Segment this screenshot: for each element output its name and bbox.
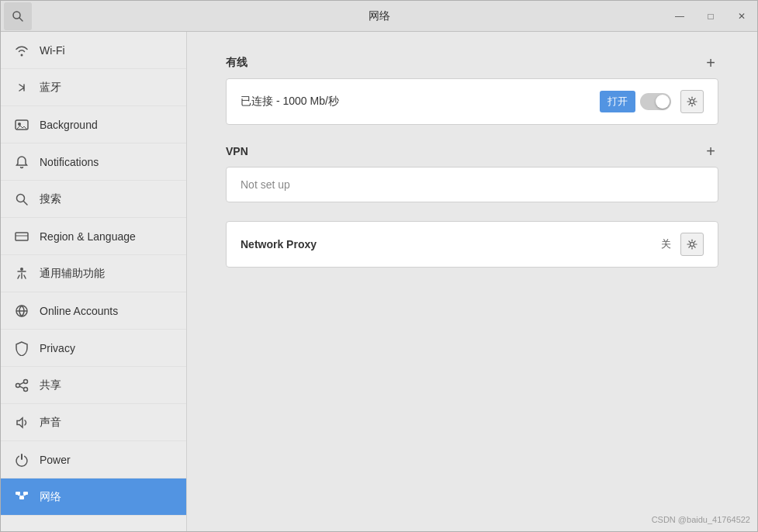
wired-toggle-button[interactable]: 打开 [600, 91, 635, 112]
sidebar-item-background[interactable]: Background [1, 106, 186, 143]
proxy-section: Network Proxy 关 [226, 221, 718, 268]
region-icon [13, 229, 30, 244]
wifi-icon [13, 43, 30, 58]
sidebar-item-accessibility[interactable]: 通用辅助功能 [1, 255, 186, 292]
close-button[interactable]: ✕ [726, 1, 757, 32]
sidebar: Wi-Fi 蓝牙 Background [1, 32, 187, 531]
vpn-not-setup-card: Not set up [226, 167, 718, 202]
wired-settings-button[interactable] [680, 90, 704, 113]
svg-line-18 [18, 495, 22, 496]
wired-add-button[interactable]: + [703, 55, 718, 71]
vpn-section: VPN + Not set up [226, 143, 718, 202]
sidebar-label-notifications: Notifications [40, 156, 99, 168]
svg-rect-16 [19, 496, 24, 499]
sound-icon [13, 415, 30, 430]
sidebar-label-background: Background [40, 119, 98, 131]
online-accounts-icon [13, 303, 30, 319]
search-sidebar-icon [13, 192, 30, 207]
sidebar-item-online-accounts[interactable]: Online Accounts [1, 292, 186, 330]
sidebar-label-accessibility: 通用辅助功能 [40, 267, 105, 281]
svg-point-10 [24, 379, 28, 383]
wired-toggle-container: 打开 [600, 91, 671, 112]
sidebar-label-power: Power [40, 454, 71, 466]
sidebar-item-search[interactable]: 搜索 [1, 181, 186, 218]
wired-section-header: 有线 + [226, 55, 718, 71]
sidebar-item-notifications[interactable]: Notifications [1, 143, 186, 181]
vpn-section-header: VPN + [226, 143, 718, 159]
sidebar-item-power[interactable]: Power [1, 441, 186, 478]
sidebar-label-bluetooth: 蓝牙 [40, 81, 61, 95]
wired-toggle-slider[interactable] [640, 93, 671, 110]
sidebar-item-wifi[interactable]: Wi-Fi [1, 32, 186, 69]
vpn-not-setup-label: Not set up [241, 178, 704, 191]
main-content: 有线 + 已连接 - 1000 Mb/秒 打开 [187, 32, 757, 531]
content-area: Wi-Fi 蓝牙 Background [1, 32, 757, 531]
svg-point-21 [691, 243, 694, 247]
svg-line-5 [24, 201, 28, 205]
minimize-button[interactable]: — [664, 1, 695, 32]
sidebar-item-network[interactable]: 网络 [1, 478, 186, 516]
notifications-icon [13, 154, 30, 170]
window-controls: — □ ✕ [664, 1, 757, 32]
proxy-label: Network Proxy [241, 238, 652, 250]
svg-rect-6 [16, 233, 28, 240]
sidebar-label-search: 搜索 [40, 192, 61, 206]
sidebar-label-sound: 声音 [40, 416, 61, 430]
sidebar-label-region: Region & Language [40, 230, 136, 243]
svg-line-19 [22, 495, 26, 496]
svg-line-13 [19, 382, 23, 385]
background-icon [13, 117, 30, 133]
power-icon [13, 452, 30, 468]
proxy-card: Network Proxy 关 [226, 221, 718, 268]
privacy-icon [13, 340, 30, 356]
svg-point-11 [16, 383, 20, 387]
network-icon [13, 489, 30, 505]
wired-section-title: 有线 [226, 56, 247, 70]
proxy-settings-button[interactable] [680, 233, 704, 256]
svg-point-3 [18, 123, 21, 126]
sidebar-label-share: 共享 [40, 378, 61, 392]
search-button[interactable] [4, 2, 32, 30]
sidebar-label-privacy: Privacy [40, 342, 75, 354]
sidebar-item-sound[interactable]: 声音 [1, 404, 186, 441]
sidebar-item-bluetooth[interactable]: 蓝牙 [1, 69, 186, 106]
svg-point-20 [691, 100, 694, 104]
titlebar: 网络 — □ ✕ [1, 1, 757, 32]
svg-rect-15 [16, 492, 20, 495]
sidebar-item-share[interactable]: 共享 [1, 367, 186, 404]
sidebar-label-wifi: Wi-Fi [40, 44, 65, 57]
maximize-button[interactable]: □ [695, 1, 726, 32]
share-icon [13, 378, 30, 393]
svg-rect-17 [23, 492, 28, 495]
sidebar-item-privacy[interactable]: Privacy [1, 330, 186, 367]
accessibility-icon [13, 266, 30, 282]
sidebar-label-network: 网络 [40, 490, 61, 504]
vpn-add-button[interactable]: + [703, 143, 718, 159]
svg-line-1 [19, 18, 22, 21]
wired-connection-card: 已连接 - 1000 Mb/秒 打开 [226, 78, 718, 125]
svg-point-12 [24, 387, 28, 391]
bluetooth-icon [13, 80, 30, 95]
vpn-section-title: VPN [226, 145, 248, 157]
wired-section: 有线 + 已连接 - 1000 Mb/秒 打开 [226, 55, 718, 125]
wired-connection-label: 已连接 - 1000 Mb/秒 [241, 95, 590, 109]
proxy-status: 关 [661, 237, 671, 251]
window-title: 网络 [369, 9, 390, 23]
svg-point-8 [20, 268, 23, 271]
sidebar-label-online-accounts: Online Accounts [40, 305, 118, 317]
sidebar-item-region[interactable]: Region & Language [1, 218, 186, 255]
svg-line-14 [19, 386, 23, 389]
